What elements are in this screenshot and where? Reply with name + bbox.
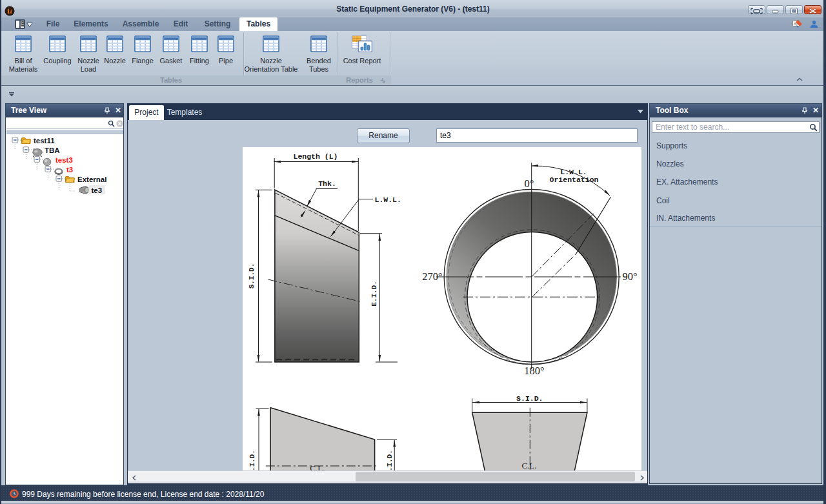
svg-text:t3: t3 [66, 166, 73, 174]
svg-text:L.W.L.: L.W.L. [375, 196, 401, 204]
svg-text:Thk.: Thk. [318, 179, 336, 188]
svg-text:S.I.D.: S.I.D. [516, 394, 543, 403]
svg-text:C.L.: C.L. [310, 463, 325, 470]
svg-text:90°: 90° [622, 270, 637, 283]
svg-text:Orientation: Orientation [550, 176, 599, 184]
svg-text:180°: 180° [524, 365, 544, 377]
svg-text:TBA: TBA [45, 146, 60, 154]
svg-text:E.I.D.: E.I.D. [386, 450, 394, 470]
svg-text:0°: 0° [525, 177, 534, 190]
svg-text:C.L.: C.L. [521, 461, 536, 470]
svg-text:E.I.D.: E.I.D. [370, 281, 378, 307]
svg-text:test3: test3 [55, 156, 73, 164]
svg-text:Length (L): Length (L) [293, 152, 337, 161]
svg-text:270°: 270° [422, 270, 442, 283]
svg-text:test11: test11 [34, 137, 55, 145]
svg-text:S.I.D.: S.I.D. [248, 450, 256, 470]
svg-text:te3: te3 [92, 186, 103, 194]
svg-text:External: External [77, 176, 106, 183]
svg-text:S.I.D.: S.I.D. [248, 263, 256, 289]
